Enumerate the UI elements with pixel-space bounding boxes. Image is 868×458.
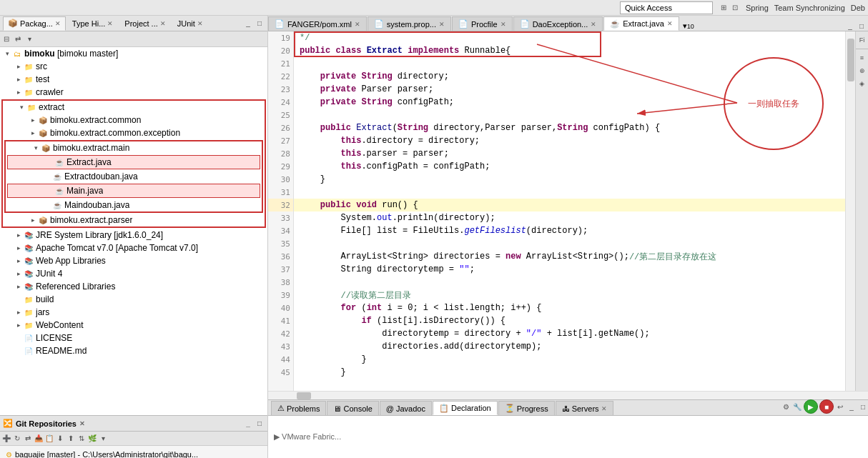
link-editor-btn[interactable]: ⇄ [13, 34, 23, 44]
h-scrollbar-thumb[interactable] [297, 392, 311, 399]
test-arrow[interactable]: ▸ [14, 75, 23, 84]
code-content[interactable]: */ public class Extract implements Runna… [294, 31, 845, 391]
tree-item-jre[interactable]: ▸ 📚 JRE System Library [jdk1.6.0_24] [0, 229, 267, 242]
git-add-btn[interactable]: ➕ [1, 434, 11, 444]
tab-progress[interactable]: ⏳ Progress [498, 401, 555, 415]
horizontal-scrollbar[interactable] [268, 391, 868, 399]
bottom-max-btn[interactable]: □ [858, 402, 868, 412]
tab-extract-java[interactable]: ☕ Extract.java ✕ [603, 16, 679, 31]
deb-link[interactable]: Deb [851, 4, 865, 12]
tree-item-readme[interactable]: ▸ 📄 README.md [0, 344, 267, 357]
git-item-1[interactable]: ⚙ baguajie [master] - C:\Users\Administr… [6, 449, 262, 458]
bottom-ctrl-1[interactable]: ⚙ [781, 402, 791, 412]
tree-item-test[interactable]: ▸ 📁 test [0, 73, 267, 86]
editor-min-btn[interactable]: _ [845, 21, 855, 31]
sidebar-icon-1[interactable]: ≡ [857, 52, 868, 64]
quick-access-input[interactable]: Quick Access [620, 1, 713, 14]
tab-system-prop[interactable]: 📄 system.prop... ✕ [368, 16, 451, 31]
pom-close[interactable]: ✕ [355, 21, 360, 28]
tree-menu-btn[interactable]: ▾ [24, 34, 34, 44]
git-clone-btn[interactable]: 📋 [44, 434, 54, 444]
tree-item-junit4[interactable]: ▸ 📚 JUnit 4 [0, 267, 267, 280]
toolbar-icon-1[interactable]: ⊞ [719, 3, 729, 13]
exception-arrow[interactable]: ▸ [29, 129, 37, 137]
tree-item-extractdouban[interactable]: ▸ ☕ Extractdouban.java [6, 170, 262, 183]
stop-btn[interactable]: ■ [819, 399, 834, 414]
sidebar-icon-2[interactable]: ⊕ [857, 65, 868, 76]
git-fetch-btn[interactable]: ⬇ [55, 434, 65, 444]
git-pull-btn[interactable]: ⇅ [77, 434, 87, 444]
dao-close[interactable]: ✕ [591, 21, 596, 28]
webapp-arrow[interactable]: ▸ [14, 257, 23, 265]
root-collapse-arrow[interactable]: ▾ [3, 49, 11, 58]
proc-close[interactable]: ✕ [500, 21, 506, 28]
tree-item-license[interactable]: ▸ 📄 LICENSE [0, 332, 267, 344]
tab-procfile[interactable]: 📄 Procfile ✕ [452, 16, 513, 31]
git-link-btn[interactable]: ⇄ [23, 434, 33, 444]
git-maximize-btn[interactable]: □ [255, 419, 265, 429]
git-push-btn[interactable]: ⬆ [66, 434, 76, 444]
sysprop-close[interactable]: ✕ [439, 21, 445, 28]
minimize-btn[interactable]: _ [243, 19, 253, 29]
sidebar-icon-3[interactable]: ◈ [857, 78, 868, 89]
editor-scrollbar[interactable] [845, 31, 855, 391]
tree-item-webcontent[interactable]: ▸ 📁 WebContent [0, 319, 267, 332]
spring-link[interactable]: Spring [746, 4, 769, 12]
tab-overflow[interactable]: ▾ 10 [680, 21, 697, 31]
git-close-icon[interactable]: ✕ [79, 420, 85, 427]
parser-arrow[interactable]: ▸ [29, 216, 37, 224]
tab-close-package[interactable]: ✕ [55, 20, 61, 27]
junit4-arrow[interactable]: ▸ [14, 269, 23, 278]
extract-tab-close[interactable]: ✕ [667, 20, 673, 27]
team-sync-link[interactable]: Team Synchronizing [774, 4, 845, 12]
tab-pom-xml[interactable]: 📄 FANGER/pom.xml ✕ [268, 16, 367, 31]
git-minimize-btn[interactable]: _ [243, 419, 253, 429]
tomcat-arrow[interactable]: ▸ [14, 244, 23, 252]
tree-item-tomcat[interactable]: ▸ 📚 Apache Tomcat v7.0 [Apache Tomcat v7… [0, 242, 267, 254]
tree-item-common[interactable]: ▸ 📦 bimoku.extract.common [3, 114, 265, 126]
tab-close-project[interactable]: ✕ [160, 20, 166, 27]
src-arrow[interactable]: ▸ [14, 62, 23, 71]
run-btn[interactable]: ▶ [804, 399, 818, 414]
tree-root[interactable]: ▾ 🗂 bimoku [bimoku master] [0, 47, 267, 60]
extract-arrow[interactable]: ▾ [17, 103, 26, 111]
tab-close-junit[interactable]: ✕ [197, 20, 203, 27]
toolbar-icon-2[interactable]: ⊡ [730, 3, 740, 13]
tab-junit[interactable]: JUnit ✕ [172, 16, 208, 31]
tree-item-extract[interactable]: ▾ 📁 extract [3, 101, 265, 114]
reflibs-arrow[interactable]: ▸ [14, 282, 23, 291]
tree-item-maindouban[interactable]: ▸ ☕ Maindouban.java [6, 199, 262, 211]
common-arrow[interactable]: ▸ [29, 116, 37, 124]
tree-item-extract-java[interactable]: ▸ ☕ Extract.java [8, 156, 260, 169]
tab-daoexception[interactable]: 📄 DaoException... ✕ [513, 16, 603, 31]
git-menu-btn[interactable]: ▾ [98, 434, 108, 444]
jars-arrow[interactable]: ▸ [14, 308, 23, 317]
tab-console[interactable]: 🖥 Console [327, 401, 378, 415]
tree-item-crawler[interactable]: ▸ 📁 crawler [0, 86, 267, 99]
tab-problems[interactable]: ⚠ Problems [271, 401, 326, 415]
tree-item-src[interactable]: ▸ 📁 src [0, 60, 267, 73]
tree-item-parser[interactable]: ▸ 📦 bimoku.extract.parser [3, 214, 265, 226]
tree-item-build[interactable]: ▸ 📁 build [0, 293, 267, 306]
tab-project[interactable]: Project ... ✕ [119, 16, 170, 31]
webcontent-arrow[interactable]: ▸ [14, 321, 23, 329]
bottom-min-btn[interactable]: _ [847, 402, 857, 412]
tab-servers[interactable]: 🖧 Servers ✕ [556, 401, 613, 415]
servers-close[interactable]: ✕ [601, 405, 607, 412]
tab-close-type[interactable]: ✕ [107, 20, 113, 27]
bottom-ctrl-2[interactable]: 🔧 [792, 402, 802, 412]
editor-max-btn[interactable]: □ [857, 21, 867, 31]
tab-declaration[interactable]: 📋 Declaration [433, 401, 498, 415]
tree-item-exception[interactable]: ▸ 📦 bimoku.extract.common.exception [3, 126, 265, 139]
tree-item-main-java[interactable]: ▸ ☕ Main.java [8, 184, 260, 197]
tab-package-explorer[interactable]: 📦 Packag... ✕ [3, 16, 66, 31]
tree-item-reflibs[interactable]: ▸ 📚 Referenced Libraries [0, 280, 267, 293]
tree-item-webapp[interactable]: ▸ 📚 Web App Libraries [0, 254, 267, 267]
main-pkg-arrow[interactable]: ▾ [31, 144, 40, 152]
git-import-btn[interactable]: 📥 [34, 434, 44, 444]
tree-item-jars[interactable]: ▸ 📁 jars [0, 306, 267, 319]
overview-btn[interactable]: Fi [857, 34, 868, 46]
git-branch-btn[interactable]: 🌿 [87, 434, 97, 444]
jre-arrow[interactable]: ▸ [14, 231, 23, 239]
git-refresh-btn[interactable]: ↻ [12, 434, 22, 444]
